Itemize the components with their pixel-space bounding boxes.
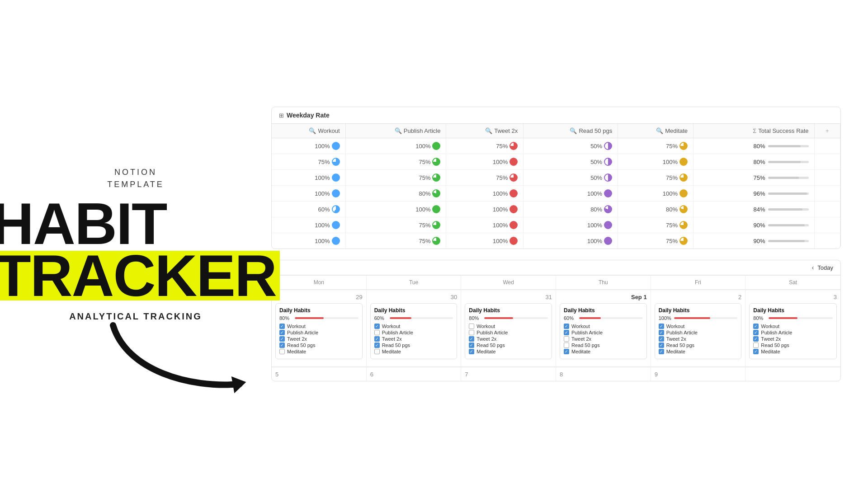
habit-checkbox[interactable]: ✓	[659, 330, 664, 335]
card-progress-bar-bg	[295, 317, 359, 319]
prev-month-btn[interactable]: ‹	[812, 264, 814, 271]
habit-row: Meditate	[374, 349, 453, 354]
habit-checkbox[interactable]: ✓	[374, 324, 380, 329]
habit-checkbox[interactable]: ✓	[279, 336, 285, 342]
calendar-nav: ‹ Today	[272, 260, 840, 275]
table-cell: 100%	[345, 138, 446, 154]
table-cell: 80%	[524, 202, 618, 217]
calendar-day-header: Thu	[556, 276, 651, 290]
habit-checkbox[interactable]: ✓	[279, 324, 285, 329]
habit-checkbox[interactable]: ✓	[374, 343, 380, 348]
table-title: Weekday Rate	[287, 112, 330, 119]
table-cell: 100%	[272, 186, 345, 202]
table-row: 100% 100% 75% 50% 75% 80%	[272, 138, 840, 154]
left-panel: NOTION TEMPLATE HABIT TRACKER ANALYTICAL…	[0, 0, 262, 488]
table-cell: 75%	[345, 154, 446, 170]
table-cell-total: 90%	[693, 233, 814, 249]
habit-checkbox[interactable]: ✓	[564, 330, 569, 335]
habit-checkbox[interactable]: ✓	[279, 343, 285, 348]
col-read[interactable]: 🔍Read 50 pgs	[524, 124, 618, 138]
table-cell: 100%	[446, 202, 524, 217]
habit-row: ✓ Meditate	[469, 349, 548, 354]
calendar-cell: 31 Daily Habits 80% Workout Publish Arti…	[461, 290, 556, 367]
habit-checkbox[interactable]	[469, 324, 474, 329]
card-title: Daily Habits	[469, 307, 548, 314]
habit-row: ✓ Read 50 pgs	[659, 343, 738, 348]
main-container: NOTION TEMPLATE HABIT TRACKER ANALYTICAL…	[0, 0, 868, 488]
add-column-btn[interactable]: +	[814, 124, 840, 138]
table-cell: 75%	[618, 170, 693, 186]
table-cell-empty	[814, 154, 840, 170]
habit-row: Workout	[469, 324, 548, 329]
table-cell: 75%	[618, 233, 693, 249]
card-progress: 100%	[659, 315, 738, 321]
habit-checkbox[interactable]: ✓	[659, 349, 664, 354]
habit-name: Publish Article	[476, 330, 508, 335]
table-cell-total: 84%	[693, 202, 814, 217]
calendar-day-header: Sat	[745, 276, 840, 290]
calendar-cell: 29 Daily Habits 80% ✓ Workout ✓ Publish …	[272, 290, 367, 367]
habit-name: Workout	[382, 324, 401, 329]
col-workout[interactable]: 🔍Workout	[272, 124, 345, 138]
table-cell: 100%	[272, 138, 345, 154]
habit-checkbox[interactable]: ✓	[753, 336, 759, 342]
habit-checkbox[interactable]	[374, 349, 380, 354]
habit-checkbox[interactable]: ✓	[564, 324, 569, 329]
habit-checkbox[interactable]	[279, 349, 285, 354]
card-title: Daily Habits	[564, 307, 643, 314]
calendar-bottom-cell: 5	[272, 367, 367, 381]
col-meditate[interactable]: 🔍Meditate	[618, 124, 693, 138]
habit-checkbox[interactable]: ✓	[753, 330, 759, 335]
habit-row: Meditate	[279, 349, 359, 354]
habit-name: Meditate	[571, 349, 590, 354]
calendar-card: Daily Habits 60% ✓ Workout ✓ Publish Art…	[560, 303, 647, 359]
table-header-row: 🔍Workout 🔍Publish Article 🔍Tweet 2x 🔍Rea…	[272, 124, 840, 138]
habit-checkbox[interactable]: ✓	[469, 349, 474, 354]
habit-checkbox[interactable]: ✓	[659, 324, 664, 329]
card-pct: 80%	[469, 315, 482, 321]
habit-name: Workout	[287, 324, 306, 329]
habit-checkbox[interactable]: ✓	[279, 330, 285, 335]
table-cell: 80%	[618, 202, 693, 217]
habit-name: Meditate	[666, 349, 685, 354]
card-progress: 60%	[564, 315, 643, 321]
habit-checkbox[interactable]	[564, 343, 569, 348]
calendar-date: 3	[749, 294, 837, 300]
tracker-title: TRACKER	[0, 251, 280, 301]
habit-checkbox[interactable]: ✓	[374, 336, 380, 342]
habit-checkbox[interactable]	[469, 330, 474, 335]
habit-checkbox[interactable]: ✓	[469, 336, 474, 342]
habit-checkbox[interactable]: ✓	[469, 343, 474, 348]
col-tweet[interactable]: 🔍Tweet 2x	[446, 124, 524, 138]
table-cell: 75%	[345, 217, 446, 233]
habit-checkbox[interactable]: ✓	[753, 349, 759, 354]
card-progress-bar-fill	[484, 317, 513, 319]
habit-row: Read 50 pgs	[564, 343, 643, 348]
table-cell: 100%	[524, 217, 618, 233]
today-btn[interactable]: Today	[817, 264, 833, 271]
card-progress-bar-fill	[295, 317, 324, 319]
habit-checkbox[interactable]: ✓	[564, 349, 569, 354]
habit-name: Meditate	[761, 349, 780, 354]
col-publish[interactable]: 🔍Publish Article	[345, 124, 446, 138]
table-cell: 75%	[272, 154, 345, 170]
card-progress-bar-bg	[484, 317, 548, 319]
habit-row: ✓ Tweet 2x	[374, 336, 453, 342]
habit-checkbox[interactable]	[564, 336, 569, 342]
habit-checkbox[interactable]: ✓	[659, 336, 664, 342]
table-cell-total: 90%	[693, 217, 814, 233]
habit-checkbox[interactable]: ✓	[659, 343, 664, 348]
col-total[interactable]: ΣTotal Success Rate	[693, 124, 814, 138]
habit-row: ✓ Workout	[659, 324, 738, 329]
card-pct: 60%	[564, 315, 577, 321]
habit-checkbox[interactable]	[374, 330, 380, 335]
calendar-bottom-cell: 8	[556, 367, 651, 381]
card-progress-bar-fill	[579, 317, 601, 319]
table-row: 100% 75% 75% 50% 75% 75%	[272, 170, 840, 186]
habit-name: Meditate	[287, 349, 306, 354]
habit-name: Workout	[571, 324, 590, 329]
habit-checkbox[interactable]: ✓	[753, 324, 759, 329]
card-title: Daily Habits	[279, 307, 359, 314]
habit-checkbox[interactable]	[753, 343, 759, 348]
table-view-icon: ⊞	[279, 112, 284, 119]
